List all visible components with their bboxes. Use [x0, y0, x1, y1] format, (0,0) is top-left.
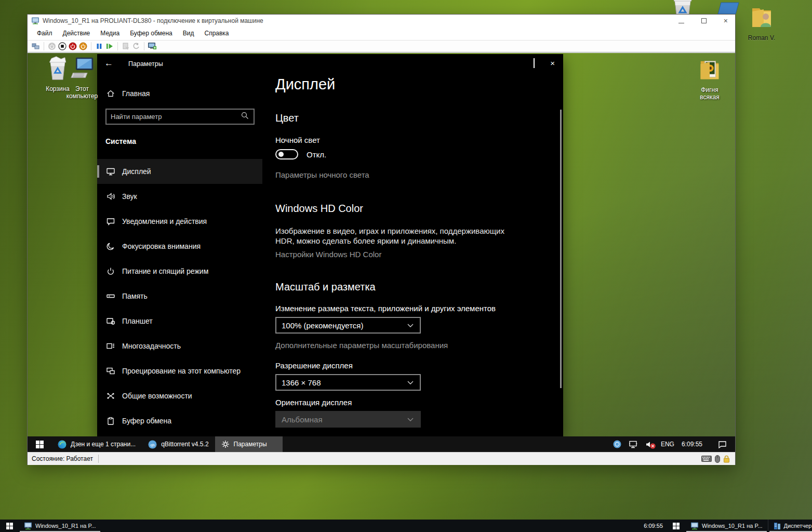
- desktop-icon-label: Этот компьютер: [65, 85, 99, 100]
- menu-media[interactable]: Медиа: [95, 27, 125, 39]
- host-user-folder-icon[interactable]: Roman V.: [743, 4, 780, 42]
- host-start-button[interactable]: [0, 520, 19, 532]
- ctrl-alt-del-button[interactable]: [31, 42, 41, 51]
- save-vm-button[interactable]: [78, 42, 88, 51]
- taskbar-task-edge[interactable]: Дзен и еще 1 страни...: [51, 436, 142, 452]
- sound-icon: [105, 191, 116, 202]
- power-icon: [105, 266, 116, 276]
- vm-minimize-button[interactable]: [678, 16, 684, 25]
- gear-icon: [221, 440, 230, 448]
- sidebar-item-focus-assist[interactable]: Фокусировка внимания: [97, 234, 262, 259]
- settings-maximize-button[interactable]: [534, 59, 535, 68]
- menu-clipboard[interactable]: Буфер обмена: [125, 27, 178, 39]
- scale-section-header: Масштаб и разметка: [275, 281, 376, 293]
- resolution-dropdown[interactable]: 1366 × 768: [275, 374, 421, 391]
- chevron-down-icon: [407, 378, 414, 387]
- revert-button[interactable]: [131, 42, 141, 51]
- night-light-toggle[interactable]: [275, 149, 298, 159]
- host-task-vm-window-2[interactable]: Windows_10_R1 на P...: [685, 520, 768, 532]
- sidebar-item-notifications[interactable]: Уведомления и действия: [97, 209, 262, 234]
- volume-muted-icon[interactable]: [645, 441, 654, 448]
- hdr-description-line2: HDR, можно сделать более ярким и динамич…: [275, 236, 456, 246]
- vm-maximize-button[interactable]: [701, 16, 707, 25]
- resume-vm-button[interactable]: [104, 42, 115, 51]
- power-red-icon: [69, 42, 77, 50]
- sidebar-item-clipboard[interactable]: Буфер обмена: [97, 408, 262, 433]
- vm-menubar: Файл Действие Медиа Буфер обмена Вид Спр…: [28, 26, 735, 41]
- vm-this-pc[interactable]: Этот компьютер: [65, 55, 99, 100]
- night-light-settings-link[interactable]: Параметры ночного света: [275, 170, 369, 179]
- vm-stuff-folder[interactable]: Фигня всякая: [693, 57, 727, 101]
- vm-clock[interactable]: 6:09:55: [682, 441, 702, 448]
- qbittorrent-tray-icon[interactable]: [613, 440, 621, 448]
- night-light-state: Откл.: [307, 150, 326, 159]
- menu-view[interactable]: Вид: [178, 27, 199, 39]
- windows-logo-icon: [673, 523, 680, 529]
- home-icon: [105, 88, 116, 99]
- host-task-vm-window[interactable]: Windows_10_R1 на P...: [19, 520, 101, 532]
- vm-start-button[interactable]: [28, 436, 51, 452]
- shut-down-vm-button[interactable]: [68, 42, 78, 51]
- shared-experiences-icon: [105, 391, 116, 401]
- settings-sidebar: ← Параметры Главная Систем: [97, 54, 262, 436]
- vm-close-button[interactable]: ×: [724, 18, 728, 23]
- chevron-down-icon: [407, 415, 414, 424]
- keyboard-icon: [701, 456, 712, 462]
- search-input[interactable]: [107, 113, 241, 121]
- vm-statusbar: Состояние: Работает: [28, 452, 735, 465]
- taskbar-task-qbittorrent[interactable]: qb qBittorrent v4.5.2: [142, 436, 215, 452]
- sidebar-item-sound[interactable]: Звук: [97, 184, 262, 209]
- checkpoint-button[interactable]: [121, 42, 131, 51]
- vm-window-titlebar[interactable]: Windows_10_R1 на PROLIANT-DL380 - подклю…: [28, 15, 735, 26]
- sidebar-item-power-sleep[interactable]: Питание и спящий режим: [97, 259, 262, 284]
- menu-file[interactable]: Файл: [32, 27, 58, 39]
- settings-search-box: [105, 109, 255, 125]
- settings-window: ← Параметры Главная Систем: [97, 54, 563, 436]
- pause-vm-button[interactable]: [94, 42, 104, 51]
- host-task-hyperv-manager[interactable]: Диспетчер: [768, 520, 812, 532]
- sidebar-item-display[interactable]: Дисплей: [97, 159, 262, 184]
- page-title: Дисплей: [275, 76, 335, 93]
- back-icon[interactable]: ←: [104, 58, 113, 69]
- settings-scrollbar[interactable]: [560, 110, 562, 388]
- sidebar-item-multitasking[interactable]: Многозадачность: [97, 334, 262, 358]
- hdr-settings-link[interactable]: Настройки Windows HD Color: [275, 250, 381, 259]
- settings-close-button[interactable]: ×: [550, 60, 555, 66]
- turn-off-vm-button[interactable]: [57, 42, 68, 51]
- sidebar-item-projecting[interactable]: Проецирование на этот компьютер: [97, 358, 262, 383]
- hyperv-manager-icon: [774, 522, 781, 530]
- tablet-icon: [105, 316, 116, 326]
- vm-window-title: Windows_10_R1 на PROLIANT-DL380 - подклю…: [43, 17, 263, 24]
- sidebar-item-tablet[interactable]: Планшет: [97, 309, 262, 334]
- taskbar-task-settings[interactable]: Параметры: [215, 436, 283, 452]
- sidebar-item-label: Главная: [122, 89, 150, 98]
- power-gray-icon: [48, 42, 56, 50]
- menu-help[interactable]: Справка: [199, 27, 234, 39]
- scale-dropdown[interactable]: 100% (рекомендуется): [275, 317, 421, 334]
- sidebar-item-shared-experiences[interactable]: Общие возможности: [97, 383, 262, 408]
- host-folder-icon[interactable]: [716, 2, 740, 14]
- blocks-icon: [32, 43, 40, 50]
- search-icon[interactable]: [241, 112, 249, 122]
- revert-icon: [132, 43, 140, 50]
- host-desktop: Roman V. p Windows_10_R1 на PROLIANT-DL3…: [0, 0, 812, 532]
- hdr-section-header: Windows HD Color: [275, 203, 363, 215]
- advanced-scaling-link[interactable]: Дополнительные параметры масштабирования: [275, 341, 448, 350]
- enhanced-session-button[interactable]: [147, 42, 157, 51]
- network-icon[interactable]: [629, 441, 638, 448]
- vm-toolbar: [28, 41, 735, 52]
- this-pc-icon: [69, 55, 95, 82]
- action-center-icon[interactable]: [718, 441, 727, 448]
- orientation-dropdown[interactable]: Альбомная: [275, 411, 421, 428]
- start-vm-button[interactable]: [47, 42, 57, 51]
- sidebar-item-home[interactable]: Главная: [97, 83, 262, 104]
- language-indicator[interactable]: ENG: [661, 441, 674, 448]
- vm-connect-icon: [24, 522, 32, 530]
- power-orange-icon: [79, 42, 87, 50]
- host-start-button-2[interactable]: [667, 520, 685, 532]
- display-icon: [105, 166, 116, 177]
- notifications-icon: [105, 216, 116, 227]
- menu-action[interactable]: Действие: [58, 27, 96, 39]
- sidebar-item-storage[interactable]: Память: [97, 284, 262, 309]
- host-clock[interactable]: 6:09:55: [644, 520, 663, 532]
